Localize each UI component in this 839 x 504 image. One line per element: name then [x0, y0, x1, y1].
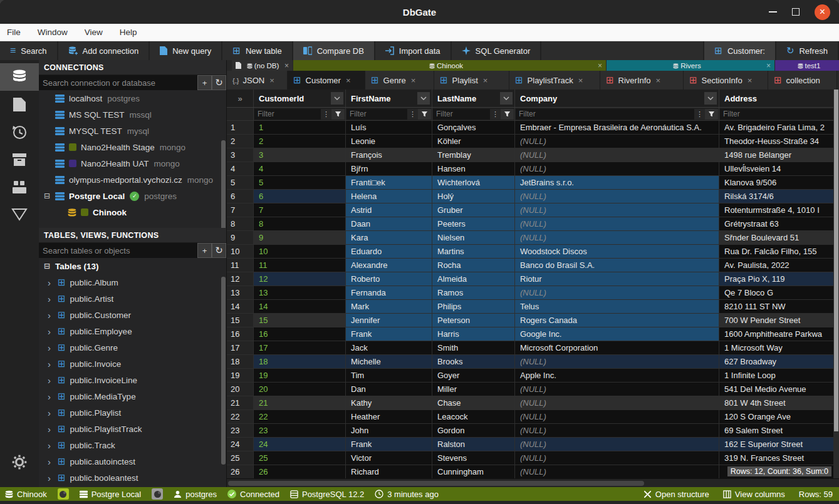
cell-company[interactable]: (NULL)	[515, 286, 719, 299]
chevron-right-icon[interactable]	[48, 440, 58, 451]
refresh-connections-button[interactable]	[212, 75, 226, 90]
cell-customerid[interactable]: 17	[254, 341, 346, 354]
table-row[interactable]: 2 2 Leonie Köhler (NULL) Theodor-Heuss-S…	[227, 135, 839, 148]
cell-company[interactable]: Banco do Brasil S.A.	[515, 259, 719, 272]
cell-company[interactable]: Microsoft Corporation	[515, 341, 719, 354]
table-row[interactable]: 3 3 François Tremblay (NULL) 1498 rue Bé…	[227, 148, 839, 162]
file-tab[interactable]: JSON	[227, 71, 288, 90]
close-tab-icon[interactable]	[748, 76, 753, 85]
chevron-right-icon[interactable]	[48, 456, 58, 467]
cell-company[interactable]: (NULL)	[515, 217, 719, 230]
rail-database-tab[interactable]	[0, 63, 39, 91]
cell-lastname[interactable]: Wichterlová	[432, 176, 515, 189]
filter-menu-button[interactable]	[694, 109, 705, 120]
column-header[interactable]: LastName	[432, 90, 515, 107]
cell-address[interactable]: Av. Paulista, 2022	[719, 259, 839, 272]
cell-firstname[interactable]: Luís	[346, 121, 432, 134]
filter-menu-button[interactable]	[490, 109, 501, 120]
cell-lastname[interactable]: Cunningham	[432, 465, 515, 478]
row-number[interactable]: 13	[227, 286, 254, 299]
cell-address[interactable]: 8210 111 ST NW	[719, 300, 839, 313]
cell-company[interactable]: (NULL)	[515, 231, 719, 244]
chevron-right-icon[interactable]	[48, 294, 58, 304]
close-tab-icon[interactable]	[483, 76, 488, 85]
row-number[interactable]: 8	[227, 217, 254, 230]
chevron-right-icon[interactable]	[48, 277, 58, 288]
rail-files-tab[interactable]	[0, 91, 39, 118]
row-number[interactable]: 24	[227, 438, 254, 451]
table-row[interactable]: 9 9 Kara Nielsen (NULL) Sřnder Boulevard…	[227, 231, 839, 245]
cell-firstname[interactable]: Frank	[346, 327, 432, 341]
table-row[interactable]: 12 12 Roberto Almeida Riotur Praça Pio X…	[227, 272, 839, 286]
cell-lastname[interactable]: Harris	[432, 327, 515, 341]
sql-generator-button[interactable]: SQL Generator	[452, 41, 542, 60]
close-group-icon[interactable]	[764, 61, 771, 70]
connection-item[interactable]: MYSQL TEST mysql	[39, 123, 226, 139]
cell-lastname[interactable]: Almeida	[432, 272, 515, 285]
filter-input[interactable]	[254, 109, 321, 120]
table-row[interactable]: 23 23 John Gordon (NULL) 69 Salem Street	[227, 424, 839, 438]
filter-menu-button[interactable]	[321, 109, 331, 120]
row-number[interactable]: 25	[227, 451, 254, 465]
cell-address[interactable]: 1 Microsoft Way	[719, 341, 839, 354]
cell-company[interactable]: Apple Inc.	[515, 369, 719, 382]
row-number[interactable]: 14	[227, 300, 254, 313]
cell-address[interactable]: Sřnder Boulevard 51	[719, 231, 839, 244]
grid-vertical-scrollbar[interactable]	[833, 90, 839, 478]
cell-firstname[interactable]: Astrid	[346, 203, 432, 217]
filter-input[interactable]	[720, 109, 839, 120]
connection-item[interactable]: Nano2Health Stage mongo	[39, 139, 226, 155]
row-number[interactable]: 1	[227, 121, 254, 134]
file-tab[interactable]: Playlist	[434, 71, 509, 90]
column-dropdown-button[interactable]	[331, 92, 343, 105]
add-connection-icon-button[interactable]	[197, 75, 212, 90]
cell-customerid[interactable]: 19	[254, 369, 346, 382]
cell-lastname[interactable]: Peeters	[432, 217, 515, 230]
row-number[interactable]: 17	[227, 341, 254, 354]
cell-lastname[interactable]: Rocha	[432, 259, 515, 272]
close-tab-icon[interactable]	[578, 76, 583, 85]
cell-customerid[interactable]: 25	[254, 451, 346, 465]
cell-customerid[interactable]: 14	[254, 300, 346, 313]
table-item[interactable]: public.Invoice	[39, 356, 226, 372]
table-row[interactable]: 20 20 Dan Miller (NULL) 541 Del Medio Av…	[227, 383, 839, 396]
connection-item[interactable]: Nano2Health UAT mongo	[39, 155, 226, 172]
row-number[interactable]: 6	[227, 190, 254, 203]
file-tab[interactable]: PlaylistTrack	[509, 71, 600, 90]
row-number[interactable]: 7	[227, 203, 254, 217]
table-item[interactable]: public.Playlist	[39, 404, 226, 421]
cell-lastname[interactable]: Ralston	[432, 438, 515, 451]
cell-firstname[interactable]: Jack	[346, 341, 432, 354]
row-number[interactable]: 10	[227, 245, 254, 258]
cell-address[interactable]: 700 W Pender Street	[719, 314, 839, 327]
column-dropdown-button[interactable]	[417, 92, 430, 105]
cell-customerid[interactable]: 1	[254, 121, 346, 134]
row-number[interactable]: 11	[227, 259, 254, 272]
close-tab-icon[interactable]	[411, 76, 416, 85]
status-connection[interactable]: Postgre Local	[80, 490, 142, 499]
cell-company[interactable]: (NULL)	[515, 135, 719, 148]
row-number[interactable]: 3	[227, 148, 254, 162]
chevron-right-icon[interactable]	[48, 391, 58, 402]
cell-customerid[interactable]: 6	[254, 190, 346, 203]
cell-company[interactable]: Riotur	[515, 272, 719, 285]
cell-customerid[interactable]: 13	[254, 286, 346, 299]
column-header[interactable]: Company	[515, 90, 719, 107]
cell-firstname[interactable]: Richard	[346, 465, 432, 478]
cell-company[interactable]: (NULL)	[515, 355, 719, 368]
cell-company[interactable]: (NULL)	[515, 190, 719, 203]
table-item[interactable]: public.PlaylistTrack	[39, 421, 226, 437]
chevron-right-icon[interactable]	[48, 408, 58, 418]
close-tab-icon[interactable]	[656, 76, 661, 85]
cell-address[interactable]: 162 E Superior Street	[719, 438, 839, 451]
table-row[interactable]: 19 19 Tim Goyer Apple Inc. 1 Infinite Lo…	[227, 369, 839, 383]
cell-firstname[interactable]: Roberto	[346, 272, 432, 285]
cell-company[interactable]: (NULL)	[515, 383, 719, 396]
chevron-right-icon[interactable]	[48, 424, 58, 435]
cell-address[interactable]: Rua Dr. Falcăo Filho, 155	[719, 245, 839, 258]
rail-filter-tab[interactable]	[0, 201, 39, 229]
cell-firstname[interactable]: Jennifer	[346, 314, 432, 327]
cell-address[interactable]: 319 N. Frances Street	[719, 451, 839, 465]
cell-company[interactable]: (NULL)	[515, 396, 719, 409]
connections-scrollbar[interactable]	[221, 140, 226, 228]
